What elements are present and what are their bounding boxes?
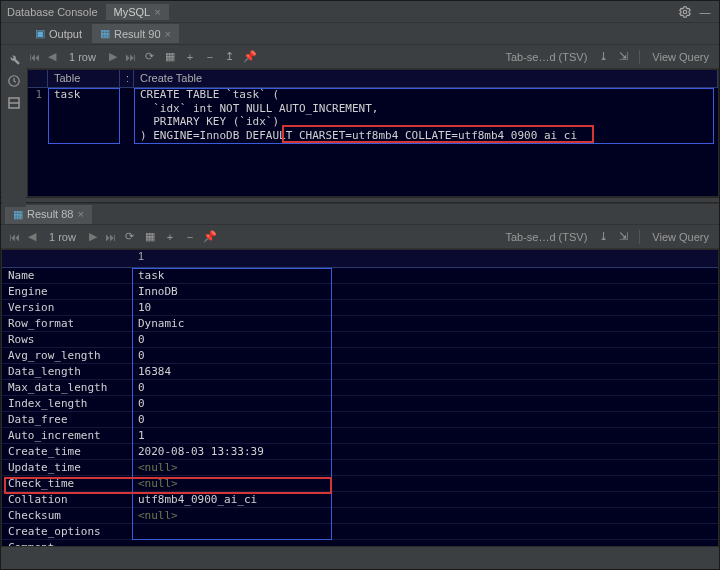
hide-icon[interactable]: — (697, 4, 713, 20)
close-icon[interactable]: × (154, 6, 160, 18)
top-tab-row: ▣ Output ▦ Result 90 × (1, 23, 719, 45)
add-row-icon[interactable]: + (182, 51, 198, 63)
row-number: 1 (28, 88, 48, 142)
db-tab-label: MySQL (114, 6, 151, 18)
pin-icon[interactable]: 📌 (242, 50, 258, 63)
table-row[interactable]: EngineInnoDB (2, 284, 718, 300)
row-value[interactable]: <null> (132, 476, 718, 491)
col-table[interactable]: Table (48, 70, 120, 87)
cell-table-name[interactable]: task (48, 88, 120, 142)
table-icon: ▦ (13, 208, 23, 221)
col-create-table[interactable]: Create Table (134, 70, 718, 87)
table-row[interactable]: Create_options (2, 524, 718, 540)
row-value[interactable] (132, 540, 718, 547)
console-window: Database Console MySQL × — ▣ Output ▦ Re… (0, 0, 720, 570)
table-row[interactable]: Max_data_length0 (2, 380, 718, 396)
view-query-button[interactable]: View Query (652, 231, 709, 243)
row-value[interactable]: 1 (132, 428, 718, 443)
pin-icon[interactable]: 📌 (202, 230, 218, 243)
view-query-button[interactable]: View Query (652, 51, 709, 63)
download-icon[interactable]: ⤓ (595, 50, 611, 63)
row-value[interactable]: 2020-08-03 13:33:39 (132, 444, 718, 459)
row-count-label: 1 row (49, 231, 76, 243)
row-key: Collation (2, 492, 132, 507)
output-tab-label: Output (49, 28, 82, 40)
row-value[interactable]: 16384 (132, 364, 718, 379)
next-page-icon[interactable]: ▶ (106, 50, 120, 63)
history-icon[interactable] (6, 73, 22, 89)
export-format[interactable]: Tab-se…d (TSV) (505, 231, 587, 243)
table-row[interactable]: Rows0 (2, 332, 718, 348)
layout-icon[interactable] (6, 95, 22, 111)
row-key: Max_data_length (2, 380, 132, 395)
cell-create-table[interactable]: CREATE TABLE `task` ( `idx` int NOT NULL… (134, 88, 718, 142)
table-row[interactable]: Data_free0 (2, 412, 718, 428)
table-row[interactable]: 1 task CREATE TABLE `task` ( `idx` int N… (28, 88, 718, 142)
row-value[interactable]: task (132, 268, 718, 283)
row-value[interactable]: 0 (132, 380, 718, 395)
prev-page-icon[interactable]: ◀ (45, 50, 59, 63)
row-value[interactable]: Dynamic (132, 316, 718, 331)
download-icon[interactable]: ⤓ (595, 230, 611, 243)
table-row[interactable]: Collationutf8mb4_0900_ai_ci (2, 492, 718, 508)
col-1[interactable]: 1 (132, 250, 718, 267)
row-value[interactable]: 0 (132, 348, 718, 363)
last-page-icon[interactable]: ⏭ (104, 231, 118, 243)
table-row[interactable]: Index_length0 (2, 396, 718, 412)
export-icon[interactable]: ⇲ (615, 230, 631, 243)
row-value[interactable]: utf8mb4_0900_ai_ci (132, 492, 718, 507)
close-icon[interactable]: × (165, 28, 171, 40)
table-row[interactable]: Row_formatDynamic (2, 316, 718, 332)
row-key: Checksum (2, 508, 132, 523)
remove-row-icon[interactable]: − (202, 51, 218, 63)
row-value[interactable]: <null> (132, 508, 718, 523)
settings-icon[interactable] (677, 4, 693, 20)
row-value[interactable]: 0 (132, 412, 718, 427)
export-format[interactable]: Tab-se…d (TSV) (505, 51, 587, 63)
table-row[interactable]: Nametask (2, 268, 718, 284)
next-page-icon[interactable]: ▶ (86, 230, 100, 243)
refresh-icon[interactable]: ⟳ (122, 230, 138, 243)
row-value[interactable]: 0 (132, 396, 718, 411)
result90-grid[interactable]: Table : Create Table 1 task CREATE TABLE… (27, 69, 719, 197)
result90-tab[interactable]: ▦ Result 90 × (92, 24, 179, 43)
close-icon[interactable]: × (77, 208, 83, 220)
row-value[interactable]: 10 (132, 300, 718, 315)
row-value[interactable]: 0 (132, 332, 718, 347)
add-row-icon[interactable]: + (162, 231, 178, 243)
grid-header: Table : Create Table (28, 70, 718, 88)
row-key: Engine (2, 284, 132, 299)
commit-icon[interactable]: ↥ (222, 50, 238, 63)
table-row[interactable]: Update_time<null> (2, 460, 718, 476)
table-row[interactable]: Auto_increment1 (2, 428, 718, 444)
table-row[interactable]: Version10 (2, 300, 718, 316)
table-row[interactable]: Comment (2, 540, 718, 547)
first-page-icon[interactable]: ⏮ (27, 51, 41, 63)
grid-icon[interactable]: ▦ (142, 230, 158, 243)
result88-grid[interactable]: 1 NametaskEngineInnoDBVersion10Row_forma… (1, 249, 719, 547)
row-key: Create_options (2, 524, 132, 539)
table-row[interactable]: Data_length16384 (2, 364, 718, 380)
row-key: Create_time (2, 444, 132, 459)
table-row[interactable]: Create_time2020-08-03 13:33:39 (2, 444, 718, 460)
table-row[interactable]: Avg_row_length0 (2, 348, 718, 364)
first-page-icon[interactable]: ⏮ (7, 231, 21, 243)
prev-page-icon[interactable]: ◀ (25, 230, 39, 243)
last-page-icon[interactable]: ⏭ (124, 51, 138, 63)
row-key: Data_length (2, 364, 132, 379)
grid-icon[interactable]: ▦ (162, 50, 178, 63)
output-tab[interactable]: ▣ Output (27, 24, 90, 43)
refresh-icon[interactable]: ⟳ (142, 50, 158, 63)
export-icon[interactable]: ⇲ (615, 50, 631, 63)
row-value[interactable] (132, 524, 718, 539)
wrench-icon[interactable] (6, 51, 22, 67)
row-key: Auto_increment (2, 428, 132, 443)
row-key: Rows (2, 332, 132, 347)
table-row[interactable]: Checksum<null> (2, 508, 718, 524)
row-value[interactable]: <null> (132, 460, 718, 475)
row-value[interactable]: InnoDB (132, 284, 718, 299)
remove-row-icon[interactable]: − (182, 231, 198, 243)
db-tab-mysql[interactable]: MySQL × (106, 4, 169, 20)
result88-tab[interactable]: ▦ Result 88 × (5, 205, 92, 224)
table-row[interactable]: Check_time<null> (2, 476, 718, 492)
